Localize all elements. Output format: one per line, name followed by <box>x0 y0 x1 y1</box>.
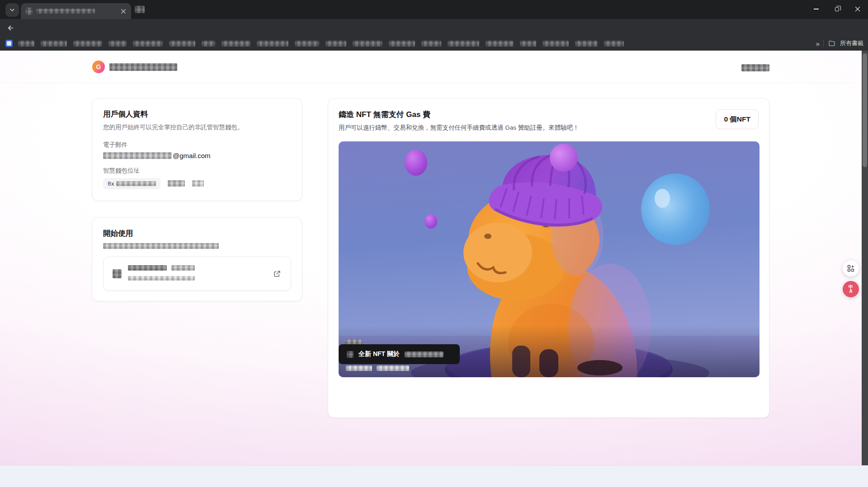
page-header: G <box>0 51 868 83</box>
screen: A <box>0 0 868 487</box>
bookmark-item-redacted[interactable] <box>73 41 102 47</box>
mint-button-label: 全新 NFT 關於 <box>359 350 400 358</box>
nft-hero-image[interactable]: 智慧錢包快速入門 NFT <box>339 141 760 377</box>
close-icon <box>855 6 860 12</box>
bookmark-item-redacted[interactable] <box>520 41 536 47</box>
bookmark-favicon[interactable] <box>5 40 13 47</box>
tab-title-redacted <box>36 9 95 14</box>
external-link-icon[interactable] <box>273 269 282 278</box>
bookmarks-separator <box>823 40 824 47</box>
translate-widget-button[interactable]: 中A <box>843 281 859 297</box>
browser-toolbar: A <box>0 19 868 36</box>
windows-taskbar: 搜尋 n <box>0 465 868 487</box>
wallet-address-redacted <box>116 181 156 186</box>
second-tab-redacted[interactable] <box>135 6 145 13</box>
bookmark-item-redacted[interactable] <box>257 41 288 47</box>
minimize-button[interactable] <box>806 0 826 18</box>
wallet-address-pill[interactable]: 0x <box>103 178 160 189</box>
hero-caption-sub-redacted <box>346 365 372 371</box>
translate-icon: 中A <box>849 285 853 294</box>
browser-titlebar <box>0 0 868 19</box>
nft-card-description: 用戶可以進行鑄幣、交易和兌換，無需支付任何手續費或透過 Gas 贊助註冊。來體驗… <box>339 123 759 132</box>
back-button[interactable] <box>5 23 16 33</box>
getting-started-link-card[interactable] <box>103 257 291 291</box>
scrollbar-thumb[interactable] <box>863 53 867 167</box>
tab-favicon <box>25 8 33 15</box>
brand-logo[interactable]: G <box>92 61 105 73</box>
email-value: @gmail.com <box>103 152 291 159</box>
nft-card: 鑄造 NFT 無需支付 Gas 費 用戶可以進行鑄幣、交易和兌換，無需支付任何手… <box>328 98 769 418</box>
close-button[interactable] <box>847 0 868 18</box>
nft-count-badge: 0 個NFT <box>716 109 759 129</box>
wallet-label: 智慧錢包位址 <box>103 167 291 175</box>
bookmark-item-redacted[interactable] <box>169 41 195 47</box>
getting-started-desc-redacted <box>103 243 219 249</box>
bookmark-items-redacted[interactable] <box>18 41 624 47</box>
wallet-extra-redacted <box>168 180 185 187</box>
page-scrollbar[interactable] <box>862 51 868 465</box>
hero-caption-sub2-redacted <box>377 365 409 371</box>
nft-card-title: 鑄造 NFT 無需支付 Gas 費 <box>339 109 759 120</box>
sidebar-widget-button[interactable] <box>843 260 859 276</box>
mint-nft-button[interactable]: 全新 NFT 關於 <box>339 344 460 364</box>
browser-tab[interactable] <box>21 3 131 19</box>
bookmarks-overflow-chevron[interactable]: » <box>816 40 819 47</box>
grid-sparkle-icon <box>847 265 854 272</box>
brand-name-redacted <box>109 63 177 71</box>
bookmark-item-redacted[interactable] <box>389 41 415 47</box>
bookmark-item-redacted[interactable] <box>604 41 624 47</box>
bookmark-item-redacted[interactable] <box>222 41 250 47</box>
getting-started-title: 開始使用 <box>103 229 291 239</box>
restore-icon <box>835 7 839 11</box>
bookmarks-bar: » 所有書籤 <box>0 36 868 51</box>
bookmark-item-redacted[interactable] <box>326 41 346 47</box>
wallet-extra2-redacted <box>192 180 204 187</box>
all-bookmarks-folder-icon <box>828 40 835 47</box>
getting-started-card: 開始使用 <box>92 217 302 301</box>
mint-button-suffix-redacted <box>405 351 443 357</box>
web-page: G 用戶個人資料 您的用戶始終可以完全掌控自己的非託管智慧錢包。 電子郵件 @g… <box>0 51 868 465</box>
bookmark-item-redacted[interactable] <box>41 41 67 47</box>
bookmark-item-redacted[interactable] <box>448 41 479 47</box>
bookmark-item-redacted[interactable] <box>421 41 441 47</box>
bookmark-item-redacted[interactable] <box>108 41 127 47</box>
tab-close-icon[interactable] <box>120 8 127 14</box>
profile-card: 用戶個人資料 您的用戶始終可以完全掌控自己的非託管智慧錢包。 電子郵件 @gma… <box>92 98 302 201</box>
back-arrow-icon <box>7 24 15 32</box>
tab-search-button[interactable] <box>5 3 19 17</box>
chevron-down-icon <box>9 7 15 13</box>
wallet-prefix: 0x <box>108 180 114 187</box>
bookmark-item-redacted[interactable] <box>295 41 319 47</box>
email-domain: @gmail.com <box>173 152 211 159</box>
profile-card-description: 您的用戶始終可以完全掌控自己的非託管智慧錢包。 <box>103 123 291 132</box>
bookmark-item-redacted[interactable] <box>202 41 215 47</box>
bookmark-item-redacted[interactable] <box>486 41 514 47</box>
minimize-icon <box>814 9 819 9</box>
profile-card-title: 用戶個人資料 <box>103 109 291 119</box>
restore-button[interactable] <box>826 0 847 18</box>
link-card-icon-redacted <box>113 269 122 278</box>
mint-tab-redacted <box>345 339 362 344</box>
bookmark-item-redacted[interactable] <box>133 41 163 47</box>
bookmark-item-redacted[interactable] <box>18 41 34 47</box>
mint-button-icon-redacted <box>347 351 354 358</box>
email-user-redacted <box>103 152 172 159</box>
bookmark-item-redacted[interactable] <box>542 41 569 47</box>
header-menu-redacted[interactable] <box>741 64 769 71</box>
all-bookmarks-label[interactable]: 所有書籤 <box>840 39 863 47</box>
window-controls <box>806 0 868 18</box>
email-label: 電子郵件 <box>103 141 291 149</box>
bookmark-item-redacted[interactable] <box>353 41 382 47</box>
bookmark-item-redacted[interactable] <box>575 41 598 47</box>
